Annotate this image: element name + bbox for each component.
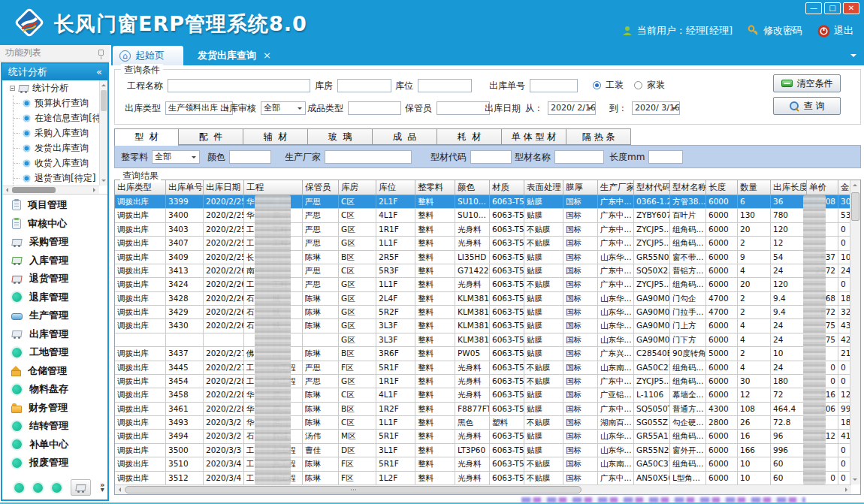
- module-dot-icon[interactable]: [14, 483, 24, 493]
- cart-module-button[interactable]: [71, 479, 91, 496]
- column-header[interactable]: 长度: [706, 180, 738, 195]
- scroll-up-icon[interactable]: [101, 82, 106, 86]
- sidebar-item-结转管理[interactable]: 结转管理: [2, 417, 107, 436]
- tree-item[interactable]: 预算执行查询: [2, 95, 107, 110]
- column-header[interactable]: 膜厚: [563, 180, 598, 195]
- close-tab-icon[interactable]: ×: [263, 50, 271, 61]
- scroll-up-icon[interactable]: [853, 182, 857, 186]
- order-number-input[interactable]: [530, 79, 578, 92]
- column-header[interactable]: 型材代码: [634, 180, 670, 195]
- column-header[interactable]: 型材名称: [670, 180, 706, 195]
- scroll-down-icon[interactable]: [101, 180, 106, 184]
- change-password-button[interactable]: 修改密码: [748, 24, 802, 38]
- radio-work-decoration[interactable]: [593, 81, 601, 89]
- table-row[interactable]: G区3L3F整料KLM38176063-T5贴膜国标山东华...GA90M09.…: [115, 333, 850, 347]
- column-header[interactable]: 整零料: [415, 180, 455, 195]
- scroll-left-icon[interactable]: [4, 188, 8, 192]
- table-row[interactable]: 调拨出库34932020/3/2华原...陈琳C区1L1F整料黑色塑料不贴膜国标…: [115, 416, 850, 430]
- table-row[interactable]: 调拨出库34452020/2/27工共工程严思F区5R1F整料光身料6063-T…: [115, 361, 850, 375]
- table-row[interactable]: 调拨出库34282020/2/26石城陈琳G区2L4F整料KLM38176063…: [115, 292, 850, 306]
- profile-code-input[interactable]: [470, 150, 512, 164]
- table-row[interactable]: 调拨出库34242020/2/26工工程严思G区1L1F整料光身料6063-T5…: [115, 278, 850, 291]
- column-header[interactable]: 表面处理: [524, 180, 563, 195]
- maximize-button[interactable]: □: [824, 2, 841, 14]
- tree-item[interactable]: 采购入库查询: [2, 125, 107, 140]
- grid-hscroll-thumb[interactable]: [125, 486, 582, 493]
- module-dot-icon[interactable]: [33, 483, 43, 493]
- scroll-right-icon[interactable]: [845, 487, 850, 492]
- search-button[interactable]: 查 询: [773, 97, 841, 115]
- scroll-left-icon[interactable]: [116, 487, 121, 492]
- sidebar-item-退货管理[interactable]: 退货管理: [2, 270, 107, 288]
- color-input[interactable]: [229, 150, 271, 164]
- location-input[interactable]: [418, 79, 472, 92]
- sidebar-item-补单中心[interactable]: 补单中心: [2, 436, 107, 454]
- material-tab-6[interactable]: 耗 材: [437, 128, 502, 145]
- table-row[interactable]: 调拨出库34582020/2/28华原...陈琳C区4L1F整料光身料6063-…: [115, 388, 850, 402]
- date-to-select[interactable]: 2020/ 3/16: [632, 101, 680, 115]
- column-header[interactable]: 材质: [490, 180, 524, 195]
- sidebar-item-报废管理[interactable]: 报废管理: [2, 454, 107, 472]
- keeper-input[interactable]: [437, 101, 490, 115]
- expander-icon[interactable]: [10, 86, 15, 91]
- material-tab-2[interactable]: 配 件: [179, 128, 243, 145]
- material-tab-4[interactable]: 玻 璃: [308, 128, 373, 145]
- close-button[interactable]: ✕: [843, 2, 859, 14]
- sidebar-section-header[interactable]: 统计分析 «: [2, 64, 107, 80]
- column-header[interactable]: 库房: [339, 180, 376, 195]
- sidebar-item-审核中心[interactable]: 审核中心: [2, 215, 107, 234]
- product-type-input[interactable]: [348, 101, 401, 115]
- table-row[interactable]: 调拨出库34942020/3/2石辉城汤伟M区5R1F整料光身料6063-T5贴…: [115, 430, 850, 443]
- sidebar-item-生产管理[interactable]: 生产管理: [2, 306, 107, 325]
- table-row[interactable]: 调拨出库34072020/2/25工工程严思G区1L1F整料光身料6063-T5…: [115, 237, 850, 250]
- radio-home-label[interactable]: 家装: [647, 79, 665, 92]
- clear-conditions-button[interactable]: 清空条件: [773, 74, 841, 92]
- sidebar-item-财务管理[interactable]: 财务管理: [2, 399, 107, 418]
- tree-hscroll-thumb[interactable]: [12, 187, 56, 193]
- module-dot-icon[interactable]: [52, 483, 62, 493]
- sidebar-item-出库管理[interactable]: 出库管理: [2, 325, 107, 344]
- overflow-chevron-icon[interactable]: »▾: [100, 483, 104, 492]
- grid-vscroll-thumb[interactable]: [851, 192, 859, 221]
- column-header[interactable]: 颜色: [455, 180, 490, 195]
- sidebar-item-采购管理[interactable]: 采购管理: [2, 233, 107, 252]
- pin-icon[interactable]: [98, 50, 104, 56]
- table-row[interactable]: 调拨出库34032020/2/25工工程严思G区1R1F整料光身料6063-T5…: [115, 223, 850, 237]
- column-header[interactable]: 保管员: [303, 180, 339, 195]
- tab-active[interactable]: 发货出库查询 ×: [185, 45, 284, 65]
- tree-item[interactable]: 收货入库查询: [2, 155, 107, 171]
- date-from-select[interactable]: 2020/ 2/16: [548, 101, 596, 115]
- tree-item[interactable]: 发货出库查询: [2, 140, 107, 155]
- material-tab-3[interactable]: 辅 材: [243, 128, 308, 145]
- table-row[interactable]: 调拨出库34292020/2/26石城陈琳G区5R2F整料KLM38176063…: [115, 306, 850, 319]
- part-select[interactable]: 全部: [152, 150, 200, 164]
- warehouse-input[interactable]: [337, 79, 391, 92]
- column-header[interactable]: 单价: [807, 180, 838, 195]
- table-row[interactable]: 调拨出库35102020/3/4工共工程陈琳F区5R1F整料光身料6063-T5…: [115, 457, 850, 471]
- tree-vscroll-thumb[interactable]: [101, 90, 107, 111]
- minimize-button[interactable]: —: [805, 2, 822, 14]
- column-header[interactable]: 出库单号: [166, 180, 204, 195]
- column-header[interactable]: 工程: [244, 180, 303, 195]
- table-row[interactable]: 调拨出库33992020/2/25华原...严思C区2L1F整料SU10...6…: [115, 195, 850, 209]
- collapse-icon[interactable]: «: [96, 64, 102, 80]
- tab-list-dropdown-icon[interactable]: [850, 54, 856, 60]
- material-tab-7[interactable]: 单 体 型 材: [502, 128, 566, 145]
- material-tab-8[interactable]: 隔 热 条: [566, 128, 631, 145]
- factory-input[interactable]: [325, 150, 412, 164]
- table-row[interactable]: 调拨出库34002020/2/25华原...严思C区4L1F整料SU10...6…: [115, 209, 850, 222]
- tree-item[interactable]: 在途信息查询[待: [2, 110, 107, 125]
- tree-root[interactable]: 统计分析: [2, 80, 107, 95]
- table-row[interactable]: 调拨出库35122020/3/4工共工程陈琳F区1L2F整料光身料6063-T5…: [115, 472, 850, 485]
- scroll-down-icon[interactable]: [853, 478, 857, 483]
- column-header[interactable]: 出库长度: [771, 180, 807, 195]
- table-row[interactable]: 调拨出库34372020/2/27佛...陈琳B区3R6F整料PW056063-…: [115, 347, 850, 361]
- audit-select[interactable]: 全部: [261, 101, 306, 115]
- logout-button[interactable]: 退出: [817, 24, 853, 38]
- tree-item[interactable]: 退货查询[待定]: [2, 171, 107, 186]
- grid-vertical-scrollbar[interactable]: [850, 180, 860, 484]
- sidebar-item-仓储管理[interactable]: 仓储管理: [2, 362, 107, 381]
- material-tab-1[interactable]: 型 材: [114, 128, 179, 146]
- column-header[interactable]: 生产厂家: [598, 180, 634, 195]
- scroll-right-icon[interactable]: [93, 188, 98, 192]
